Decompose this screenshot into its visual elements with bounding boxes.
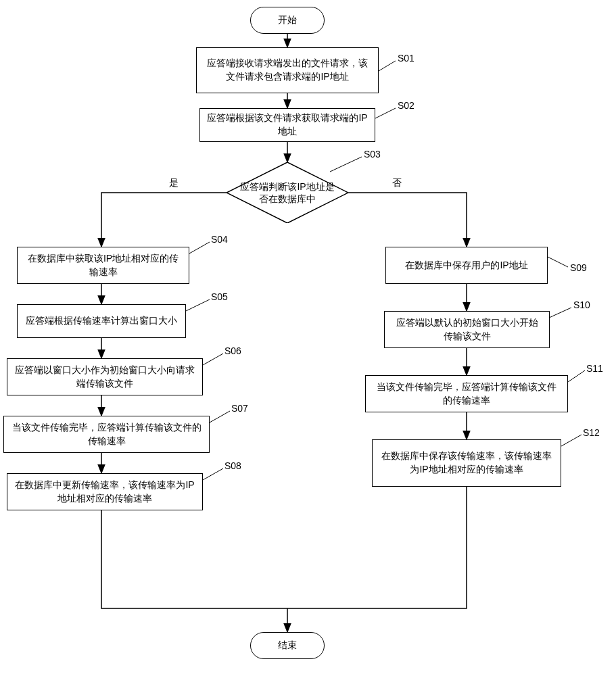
step-label-s05: S05	[211, 291, 228, 302]
step-s04: 在数据库中获取该IP地址相对应的传输速率	[17, 247, 189, 284]
step-label-s01: S01	[398, 53, 414, 64]
step-s12: 在数据库中保存该传输速率，该传输速率为IP地址相对应的传输速率	[372, 439, 561, 487]
decision-text: 应答端判断该IP地址是否在数据库中	[227, 180, 348, 205]
end-terminator: 结束	[250, 632, 325, 659]
step-text: 应答端接收请求端发出的文件请求，该文件请求包含请求端的IP地址	[204, 57, 371, 83]
start-label: 开始	[278, 14, 297, 27]
end-label: 结束	[278, 639, 297, 652]
step-text: 在数据库中获取该IP地址相对应的传输速率	[24, 252, 182, 279]
step-label-s03: S03	[364, 149, 381, 160]
step-s09: 在数据库中保存用户的IP地址	[385, 247, 548, 284]
step-label-s12: S12	[583, 427, 600, 438]
step-s01: 应答端接收请求端发出的文件请求，该文件请求包含请求端的IP地址	[196, 47, 379, 93]
step-text: 在数据库中更新传输速率，该传输速率为IP地址相对应的传输速率	[14, 479, 195, 505]
step-s11: 当该文件传输完毕，应答端计算传输该文件的传输速率	[365, 375, 568, 412]
yes-label: 是	[169, 177, 179, 189]
step-label-s07: S07	[231, 403, 248, 414]
step-label-s04: S04	[211, 234, 228, 245]
no-label: 否	[392, 177, 402, 189]
step-s10: 应答端以默认的初始窗口大小开始传输该文件	[384, 311, 550, 348]
step-label-s11: S11	[586, 363, 603, 374]
step-s08: 在数据库中更新传输速率，该传输速率为IP地址相对应的传输速率	[7, 473, 203, 510]
step-label-s08: S08	[224, 460, 241, 471]
step-label-s10: S10	[573, 299, 590, 310]
start-terminator: 开始	[250, 7, 325, 34]
step-text: 应答端根据该文件请求获取请求端的IP地址	[207, 112, 368, 138]
step-text: 应答端根据传输速率计算出窗口大小	[26, 314, 177, 328]
step-text: 应答端以默认的初始窗口大小开始传输该文件	[392, 316, 542, 343]
step-label-s09: S09	[570, 262, 587, 273]
decision-s03: 应答端判断该IP地址是否在数据库中	[227, 162, 348, 223]
step-s06: 应答端以窗口大小作为初始窗口大小向请求端传输该文件	[7, 358, 203, 395]
step-s02: 应答端根据该文件请求获取请求端的IP地址	[199, 108, 375, 142]
step-text: 在数据库中保存该传输速率，该传输速率为IP地址相对应的传输速率	[379, 450, 554, 476]
step-text: 当该文件传输完毕，应答端计算传输该文件的传输速率	[11, 421, 202, 448]
step-label-s06: S06	[224, 345, 241, 356]
step-s05: 应答端根据传输速率计算出窗口大小	[17, 304, 186, 338]
step-text: 应答端以窗口大小作为初始窗口大小向请求端传输该文件	[14, 364, 195, 390]
step-s07: 当该文件传输完毕，应答端计算传输该文件的传输速率	[3, 416, 210, 453]
step-text: 在数据库中保存用户的IP地址	[405, 259, 527, 272]
step-label-s02: S02	[398, 100, 414, 111]
step-text: 当该文件传输完毕，应答端计算传输该文件的传输速率	[373, 381, 561, 407]
